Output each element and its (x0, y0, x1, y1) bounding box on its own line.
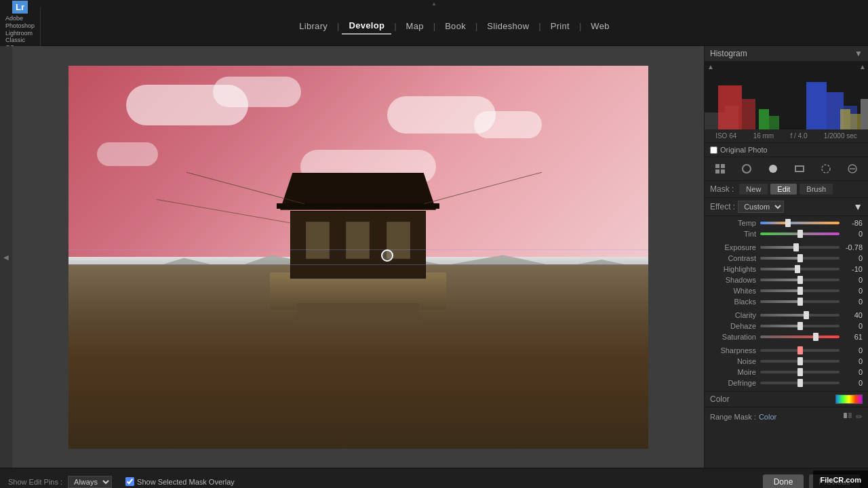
shadows-thumb[interactable] (797, 276, 803, 284)
histogram-arrows: ▲ ▲ (705, 62, 868, 72)
nav-slideshow[interactable]: Slideshow (480, 18, 536, 34)
bottom-bar: Show Edit Pins : Always Show Selected Ma… (0, 468, 868, 488)
slider-row-sharpness: Sharpness 0 (705, 345, 868, 356)
saturation-value: 61 (844, 333, 863, 341)
slider-row-highlights: Highlights -10 (705, 264, 868, 274)
tool-grid-icon[interactable] (711, 161, 730, 176)
defringe-track[interactable] (760, 382, 840, 384)
photo-simulation (68, 66, 648, 449)
slider-row-temp: Temp -86 (705, 218, 868, 228)
show-mask-checkbox[interactable] (125, 477, 134, 486)
hist-arrow-left[interactable]: ▲ (707, 63, 714, 70)
watermark: FileCR.com (813, 470, 868, 488)
nav-web[interactable]: Web (584, 18, 616, 34)
tint-track[interactable] (760, 232, 840, 235)
tool-circle-outline-icon[interactable] (816, 161, 835, 176)
moire-thumb[interactable] (797, 368, 803, 376)
tint-thumb[interactable] (797, 230, 803, 238)
whites-track[interactable] (760, 289, 840, 292)
nav-print[interactable]: Print (544, 18, 576, 34)
color-swatch[interactable] (835, 394, 863, 404)
slider-row-dehaze: Dehaze 0 (705, 321, 868, 331)
contrast-thumb[interactable] (797, 254, 803, 262)
nav-map[interactable]: Map (399, 18, 431, 34)
show-mask-checkbox-group: Show Selected Mask Overlay (125, 477, 235, 486)
color-label: Color (710, 394, 835, 404)
tool-minus-circle-icon[interactable] (843, 161, 862, 176)
hist-arrow-right[interactable]: ▲ (859, 63, 866, 70)
tool-circle-icon[interactable] (737, 161, 756, 176)
pencil-icon[interactable]: ✏ (856, 412, 863, 422)
sharpness-thumb[interactable] (797, 346, 803, 354)
mask-new-btn[interactable]: New (739, 184, 768, 195)
exif-shutter: 1/2000 sec (824, 132, 857, 140)
saturation-thumb[interactable] (813, 333, 818, 341)
slider-row-blacks: Blacks 0 (705, 296, 868, 307)
window-2 (346, 222, 370, 259)
highlights-track[interactable] (760, 268, 840, 270)
blacks-label: Blacks (710, 298, 756, 306)
clarity-track[interactable] (760, 314, 840, 317)
svg-rect-9 (840, 109, 850, 129)
mask-brush-btn[interactable]: Brush (800, 184, 833, 195)
lr-badge: Lr (12, 1, 28, 14)
svg-rect-14 (715, 169, 719, 174)
noise-value: 0 (844, 357, 863, 365)
contrast-track[interactable] (760, 257, 840, 260)
effect-dropdown-icon[interactable]: ▼ (853, 201, 863, 212)
edit-pins-select[interactable]: Always (68, 476, 112, 488)
moire-track[interactable] (760, 371, 840, 373)
mask-pin[interactable] (381, 249, 393, 262)
blacks-thumb[interactable] (797, 298, 803, 306)
slider-row-exposure: Exposure -0.78 (705, 242, 868, 253)
original-photo-checkbox[interactable] (710, 146, 717, 154)
edit-pins-label: Show Edit Pins : (8, 478, 62, 486)
dehaze-value: 0 (844, 322, 863, 330)
sharpness-track[interactable] (760, 349, 840, 352)
dehaze-track[interactable] (760, 325, 840, 327)
mask-edit-btn[interactable]: Edit (770, 184, 797, 195)
temp-thumb[interactable] (785, 219, 791, 227)
range-mask-type[interactable]: Color (759, 413, 776, 421)
nav-library[interactable]: Library (292, 18, 334, 34)
saturation-track[interactable] (760, 336, 840, 338)
exposure-track[interactable] (760, 246, 840, 249)
tool-circle-filled-icon[interactable] (764, 161, 783, 176)
photo-background (68, 66, 648, 449)
range-mask-icon[interactable] (842, 410, 853, 423)
noise-thumb[interactable] (797, 357, 803, 365)
shadows-track[interactable] (760, 279, 840, 281)
noise-track[interactable] (760, 360, 840, 363)
clarity-label: Clarity (710, 311, 756, 319)
show-mask-label[interactable]: Show Selected Mask Overlay (137, 478, 235, 486)
defringe-thumb[interactable] (797, 379, 803, 387)
clarity-thumb[interactable] (804, 311, 809, 319)
blacks-track[interactable] (760, 300, 840, 303)
nav-book[interactable]: Book (438, 18, 473, 34)
sliders-section: Temp -86 Tint 0 Exposure (705, 216, 868, 390)
whites-thumb[interactable] (797, 287, 803, 295)
histogram-dropdown-icon[interactable]: ▼ (854, 49, 863, 58)
shadows-label: Shadows (710, 276, 756, 284)
histogram-title: Histogram (710, 49, 747, 58)
done-button[interactable]: Done (763, 474, 804, 489)
nav-develop[interactable]: Develop (342, 18, 391, 35)
exposure-label: Exposure (710, 243, 756, 251)
original-photo-label[interactable]: Original Photo (720, 146, 768, 154)
collapse-arrow-icon: ▲ (431, 1, 437, 7)
svg-rect-18 (795, 166, 804, 171)
top-collapse-handle[interactable]: ▲ (0, 0, 868, 7)
temp-track[interactable] (760, 222, 840, 224)
highlights-thumb[interactable] (795, 265, 800, 273)
effect-select[interactable]: Custom (738, 201, 784, 213)
tool-rect-icon[interactable] (790, 161, 809, 176)
svg-rect-23 (848, 413, 852, 418)
dehaze-thumb[interactable] (797, 322, 803, 330)
tool-icons-bar (705, 157, 868, 181)
svg-rect-5 (769, 116, 779, 129)
roof-overhang (277, 203, 439, 209)
histogram-svg (705, 72, 868, 129)
building-steps (297, 303, 419, 323)
exposure-thumb[interactable] (793, 243, 799, 251)
left-panel-toggle[interactable]: ◀ (0, 46, 12, 468)
